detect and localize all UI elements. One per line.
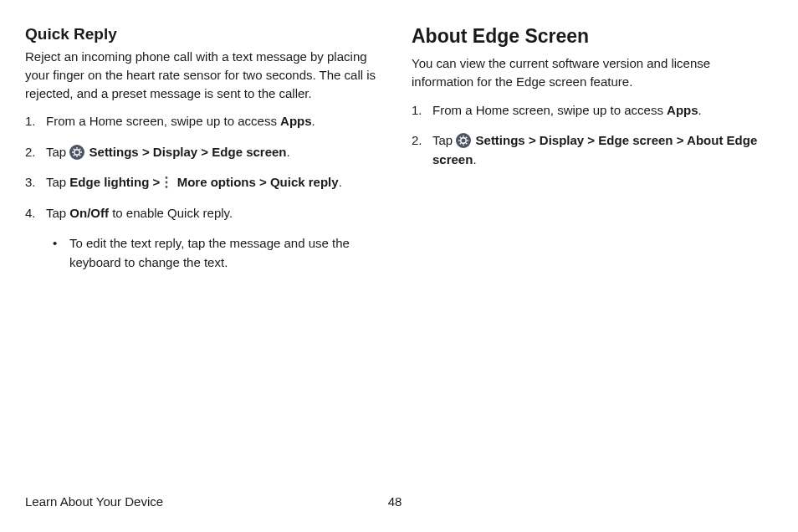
svg-line-20 — [466, 143, 467, 144]
sub-bullet-list: To edit the text reply, tap the message … — [46, 234, 378, 272]
apps-label: Apps — [667, 103, 698, 117]
svg-line-22 — [466, 137, 467, 138]
step-1: From a Home screen, swipe up to access A… — [412, 101, 765, 120]
step-4: Tap On/Off to enable Quick reply. To edi… — [25, 204, 378, 273]
chevron: > — [584, 133, 598, 147]
svg-line-21 — [460, 143, 461, 144]
svg-point-0 — [69, 145, 84, 160]
step-text: . — [312, 114, 315, 128]
step-text: From a Home screen, swipe up to access — [46, 114, 280, 128]
step-1: From a Home screen, swipe up to access A… — [25, 112, 378, 131]
svg-point-11 — [166, 182, 168, 184]
svg-line-9 — [79, 149, 80, 150]
right-column: About Edge Screen You can view the curre… — [412, 25, 765, 284]
page-footer: Learn About Your Device 48 — [25, 494, 765, 509]
settings-label: Settings — [90, 145, 139, 159]
step-text: . — [473, 152, 476, 166]
step-text: . — [339, 175, 342, 189]
page-number: 48 — [388, 494, 402, 509]
step-text: Tap — [46, 175, 69, 189]
about-edge-intro: You can view the current software versio… — [412, 54, 765, 91]
settings-icon — [69, 145, 84, 160]
svg-line-8 — [74, 155, 74, 156]
chevron: > — [197, 145, 212, 159]
chevron: > — [139, 145, 153, 159]
chevron: > — [673, 133, 688, 147]
step-3: Tap Edge lighting > More options > Quick… — [25, 173, 378, 192]
step-text: Tap — [46, 145, 69, 159]
quick-reply-heading: Quick Reply — [25, 25, 378, 43]
settings-icon — [456, 133, 471, 148]
step-text: . — [698, 103, 702, 117]
svg-point-13 — [456, 133, 471, 148]
more-options-icon — [164, 176, 172, 189]
more-options-label: More options — [177, 175, 256, 189]
settings-label: Settings — [476, 133, 525, 147]
chevron: > — [149, 175, 163, 189]
about-edge-heading: About Edge Screen — [412, 25, 765, 48]
svg-point-12 — [166, 186, 168, 188]
chevron: > — [525, 133, 540, 147]
step-text: . — [287, 145, 290, 159]
step-text: to enable Quick reply. — [109, 206, 233, 220]
step-2: Tap Settings > Display > Edge screen > A… — [412, 131, 765, 169]
quick-reply-label: Quick reply — [270, 175, 339, 189]
display-label: Display — [540, 133, 584, 147]
edge-lighting-label: Edge lighting — [69, 175, 149, 189]
svg-line-6 — [74, 149, 74, 150]
svg-line-7 — [79, 155, 80, 156]
step-text: From a Home screen, swipe up to access — [432, 103, 667, 117]
step-text: Tap — [432, 133, 456, 147]
on-off-label: On/Off — [69, 206, 109, 220]
svg-line-19 — [460, 137, 461, 138]
quick-reply-intro: Reject an incoming phone call with a tex… — [25, 48, 378, 102]
content-columns: Quick Reply Reject an incoming phone cal… — [25, 25, 765, 284]
apps-label: Apps — [280, 114, 312, 128]
display-label: Display — [153, 145, 197, 159]
quick-reply-steps: From a Home screen, swipe up to access A… — [25, 112, 378, 272]
chevron: > — [256, 175, 270, 189]
step-2: Tap Settings > Display > Edge screen. — [25, 143, 378, 162]
edge-screen-label: Edge screen — [212, 145, 286, 159]
edge-screen-label: Edge screen — [598, 133, 673, 147]
svg-point-10 — [166, 176, 168, 179]
footer-title: Learn About Your Device — [25, 494, 163, 509]
about-edge-steps: From a Home screen, swipe up to access A… — [412, 101, 765, 170]
step-text: Tap — [46, 206, 69, 220]
bullet-item: To edit the text reply, tap the message … — [46, 234, 378, 272]
left-column: Quick Reply Reject an incoming phone cal… — [25, 25, 378, 284]
